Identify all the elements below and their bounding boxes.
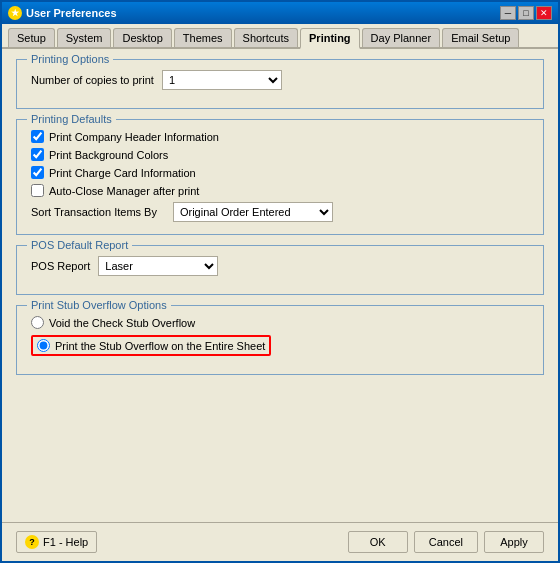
window-title: User Preferences xyxy=(26,7,117,19)
tab-content: Printing Options Number of copies to pri… xyxy=(2,49,558,522)
checkbox-row-charge-card: Print Charge Card Information xyxy=(31,166,529,179)
cancel-button[interactable]: Cancel xyxy=(414,531,478,553)
printing-options-title: Printing Options xyxy=(27,53,113,65)
sort-row: Sort Transaction Items By Original Order… xyxy=(31,202,529,222)
pos-report-select[interactable]: Laser Receipt Printer xyxy=(98,256,218,276)
help-icon: ? xyxy=(25,535,39,549)
radio-row-print: Print the Stub Overflow on the Entire Sh… xyxy=(31,335,529,356)
printing-options-section: Printing Options Number of copies to pri… xyxy=(16,59,544,109)
copies-row: Number of copies to print 1 2 3 4 5 xyxy=(31,70,529,90)
maximize-button[interactable]: □ xyxy=(518,6,534,20)
help-button[interactable]: ? F1 - Help xyxy=(16,531,97,553)
help-label: F1 - Help xyxy=(43,536,88,548)
checkbox-row-auto-close: Auto-Close Manager after print xyxy=(31,184,529,197)
window-icon: ★ xyxy=(8,6,22,20)
sort-label: Sort Transaction Items By xyxy=(31,206,157,218)
tab-bar: Setup System Desktop Themes Shortcuts Pr… xyxy=(2,24,558,49)
main-window: ★ User Preferences ─ □ ✕ Setup System De… xyxy=(0,0,560,563)
copies-select[interactable]: 1 2 3 4 5 xyxy=(162,70,282,90)
tab-printing[interactable]: Printing xyxy=(300,28,360,49)
tab-day-planner[interactable]: Day Planner xyxy=(362,28,441,47)
checkbox-company-header[interactable] xyxy=(31,130,44,143)
pos-default-section: POS Default Report POS Report Laser Rece… xyxy=(16,245,544,295)
tab-email-setup[interactable]: Email Setup xyxy=(442,28,519,47)
minimize-button[interactable]: ─ xyxy=(500,6,516,20)
pos-report-label: POS Report xyxy=(31,260,90,272)
tab-desktop[interactable]: Desktop xyxy=(113,28,171,47)
radio-print[interactable] xyxy=(37,339,50,352)
stub-overflow-title: Print Stub Overflow Options xyxy=(27,299,171,311)
copies-label: Number of copies to print xyxy=(31,74,154,86)
title-bar: ★ User Preferences ─ □ ✕ xyxy=(2,2,558,24)
tab-shortcuts[interactable]: Shortcuts xyxy=(234,28,298,47)
pos-report-row: POS Report Laser Receipt Printer xyxy=(31,256,529,276)
close-button[interactable]: ✕ xyxy=(536,6,552,20)
title-bar-buttons: ─ □ ✕ xyxy=(500,6,552,20)
radio-void[interactable] xyxy=(31,316,44,329)
stub-overflow-section: Print Stub Overflow Options Void the Che… xyxy=(16,305,544,375)
apply-button[interactable]: Apply xyxy=(484,531,544,553)
tab-setup[interactable]: Setup xyxy=(8,28,55,47)
checkbox-label-auto-close: Auto-Close Manager after print xyxy=(49,185,199,197)
radio-label-print: Print the Stub Overflow on the Entire Sh… xyxy=(55,340,265,352)
radio-label-void: Void the Check Stub Overflow xyxy=(49,317,195,329)
printing-defaults-section: Printing Defaults Print Company Header I… xyxy=(16,119,544,235)
checkbox-row-company-header: Print Company Header Information xyxy=(31,130,529,143)
checkbox-background-colors[interactable] xyxy=(31,148,44,161)
checkbox-charge-card[interactable] xyxy=(31,166,44,179)
checkbox-label-charge-card: Print Charge Card Information xyxy=(49,167,196,179)
checkbox-label-company-header: Print Company Header Information xyxy=(49,131,219,143)
ok-button[interactable]: OK xyxy=(348,531,408,553)
checkbox-auto-close[interactable] xyxy=(31,184,44,197)
tab-themes[interactable]: Themes xyxy=(174,28,232,47)
printing-defaults-title: Printing Defaults xyxy=(27,113,116,125)
tab-system[interactable]: System xyxy=(57,28,112,47)
footer: ? F1 - Help OK Cancel Apply xyxy=(2,522,558,561)
footer-right: OK Cancel Apply xyxy=(348,531,544,553)
sort-select[interactable]: Original Order Entered Item Name Item Nu… xyxy=(173,202,333,222)
checkbox-row-background: Print Background Colors xyxy=(31,148,529,161)
pos-default-title: POS Default Report xyxy=(27,239,132,251)
radio-print-highlighted: Print the Stub Overflow on the Entire Sh… xyxy=(31,335,271,356)
radio-row-void: Void the Check Stub Overflow xyxy=(31,316,529,329)
checkbox-label-background: Print Background Colors xyxy=(49,149,168,161)
